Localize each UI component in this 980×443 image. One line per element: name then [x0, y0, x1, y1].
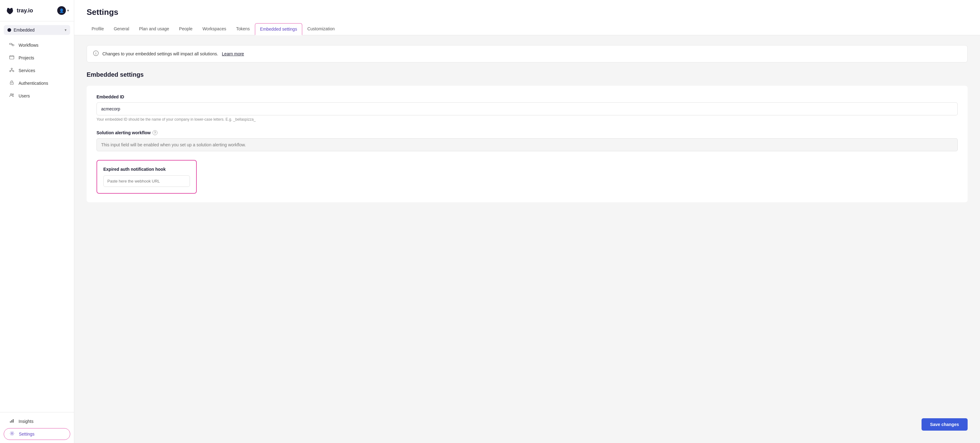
workflows-label: Workflows: [19, 43, 38, 48]
user-chevron-icon[interactable]: ▾: [67, 8, 69, 13]
sidebar-item-workflows[interactable]: Workflows: [3, 39, 72, 51]
tab-people[interactable]: People: [174, 23, 198, 35]
workspace-chevron-icon: ▾: [65, 28, 67, 32]
main-content: Settings Profile General Plan and usage …: [74, 0, 980, 443]
insights-icon: [9, 418, 15, 424]
embedded-id-label: Embedded ID: [97, 94, 958, 99]
projects-label: Projects: [19, 56, 34, 61]
svg-rect-17: [13, 419, 14, 422]
sidebar-item-settings[interactable]: Settings: [4, 428, 70, 440]
workspace-name: Embedded: [14, 27, 62, 32]
insights-label: Insights: [19, 419, 33, 424]
tabs-bar: Profile General Plan and usage People Wo…: [87, 23, 967, 35]
svg-point-20: [95, 52, 96, 53]
page-header: Settings Profile General Plan and usage …: [74, 0, 980, 35]
tab-general[interactable]: General: [109, 23, 134, 35]
authentications-label: Authentications: [19, 81, 48, 86]
info-circle-icon: [93, 50, 99, 57]
tab-embedded-settings[interactable]: Embedded settings: [255, 23, 302, 35]
tray-logo[interactable]: tray.io: [5, 6, 33, 16]
svg-point-18: [11, 433, 13, 434]
logo-text: tray.io: [17, 8, 33, 14]
info-banner-text: Changes to your embedded settings will i…: [102, 51, 218, 56]
svg-point-13: [11, 94, 12, 95]
authentications-icon: [9, 80, 15, 86]
sidebar-footer: Insights Settings: [0, 412, 74, 443]
tab-plan-usage[interactable]: Plan and usage: [134, 23, 174, 35]
svg-point-7: [13, 70, 14, 72]
svg-rect-0: [10, 43, 11, 45]
workflows-icon: [9, 42, 15, 48]
services-icon: [9, 67, 15, 73]
tray-logo-icon: [5, 6, 15, 16]
svg-point-12: [11, 83, 12, 84]
embedded-id-input[interactable]: [97, 102, 958, 115]
user-avatar[interactable]: 👤: [57, 6, 66, 15]
svg-point-6: [10, 70, 11, 72]
embedded-id-field: Embedded ID Your embedded ID should be t…: [97, 94, 958, 121]
learn-more-link[interactable]: Learn more: [222, 51, 244, 56]
save-changes-button[interactable]: Save changes: [921, 418, 967, 430]
info-banner: Changes to your embedded settings will i…: [87, 45, 967, 62]
webhook-url-input[interactable]: [103, 175, 190, 187]
svg-rect-15: [10, 421, 11, 422]
svg-rect-4: [10, 56, 14, 59]
workspace-selector[interactable]: Embedded ▾: [4, 25, 70, 35]
sidebar-item-insights[interactable]: Insights: [3, 415, 72, 427]
sidebar-header: tray.io 👤 ▾: [0, 0, 74, 21]
solution-alerting-label: Solution alerting workflow ?: [97, 130, 958, 135]
sidebar-item-services[interactable]: Services: [3, 64, 72, 77]
users-label: Users: [19, 93, 30, 98]
expired-auth-box: Expired auth notification hook: [97, 160, 197, 194]
settings-label: Settings: [19, 432, 35, 437]
services-label: Services: [19, 68, 35, 73]
sidebar-item-users[interactable]: Users: [3, 90, 72, 102]
svg-point-5: [11, 68, 13, 69]
sidebar-nav: Workflows Projects Services Authenticati…: [0, 36, 74, 412]
sidebar: tray.io 👤 ▾ Embedded ▾ Workflows Project…: [0, 0, 74, 443]
svg-rect-16: [11, 420, 13, 422]
header-right: 👤 ▾: [57, 6, 69, 15]
workspace-dot: [8, 28, 11, 32]
users-icon: [9, 93, 15, 99]
tab-customization[interactable]: Customization: [302, 23, 340, 35]
tab-tokens[interactable]: Tokens: [231, 23, 255, 35]
solution-alerting-field: Solution alerting workflow ?: [97, 130, 958, 151]
page-title: Settings: [87, 8, 967, 17]
projects-icon: [9, 55, 15, 61]
settings-icon: [9, 431, 15, 437]
expired-auth-label: Expired auth notification hook: [103, 167, 190, 172]
embedded-id-hint: Your embedded ID should be the name of y…: [97, 117, 958, 121]
sidebar-item-projects[interactable]: Projects: [3, 52, 72, 64]
embedded-settings-title: Embedded settings: [87, 71, 967, 78]
tab-profile[interactable]: Profile: [87, 23, 109, 35]
settings-content: Changes to your embedded settings will i…: [74, 35, 980, 443]
sidebar-item-authentications[interactable]: Authentications: [3, 77, 72, 89]
tab-workspaces[interactable]: Workspaces: [197, 23, 231, 35]
solution-alerting-help-icon[interactable]: ?: [153, 130, 158, 135]
user-icon: 👤: [59, 8, 64, 13]
solution-alerting-input: [97, 138, 958, 151]
settings-form: Embedded ID Your embedded ID should be t…: [87, 86, 967, 202]
svg-point-14: [13, 94, 14, 95]
